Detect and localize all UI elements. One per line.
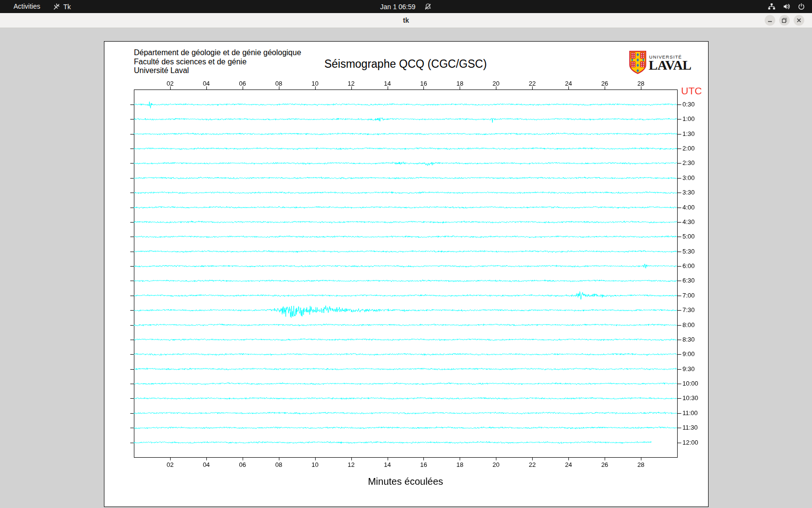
time-label: 8:00 — [682, 321, 695, 329]
x-tick-label-bottom: 18 — [456, 461, 463, 468]
time-label: 7:30 — [682, 306, 695, 314]
clock-label: Jan 1 06:59 — [380, 3, 415, 11]
x-tick-label-top: 12 — [348, 80, 354, 87]
x-tick-label-top: 16 — [420, 80, 427, 87]
maximize-button[interactable] — [779, 15, 790, 26]
power-icon — [798, 3, 805, 11]
x-tick-label-bottom: 06 — [239, 461, 246, 468]
time-label: 2:30 — [682, 159, 695, 167]
x-tick-label-top: 24 — [565, 80, 572, 87]
focused-app-indicator[interactable]: Tk — [53, 0, 71, 13]
x-tick-label-top: 28 — [638, 80, 644, 87]
time-label: 12:00 — [682, 439, 698, 447]
window-titlebar[interactable]: tk — [0, 13, 812, 28]
x-tick-label-top: 10 — [311, 80, 318, 87]
x-axis-title: Minutes écoulées — [134, 476, 677, 487]
activities-button[interactable]: Activities — [10, 0, 44, 13]
os-top-bar: Activities Tk Jan 1 06:59 — [0, 0, 812, 13]
x-tick-label-top: 04 — [203, 80, 210, 87]
x-tick-label-bottom: 08 — [275, 461, 282, 468]
x-tick-label-top: 08 — [275, 80, 282, 87]
x-tick-label-top: 26 — [601, 80, 608, 87]
time-label: 0:30 — [682, 101, 695, 108]
x-tick-label-bottom: 20 — [493, 461, 499, 468]
close-button[interactable] — [794, 15, 804, 26]
window-controls — [765, 15, 804, 26]
time-label: 10:30 — [682, 394, 698, 402]
time-label: 1:00 — [682, 115, 695, 123]
window-title: tk — [0, 13, 812, 28]
time-label: 9:30 — [682, 365, 695, 373]
x-tick-label-bottom: 28 — [638, 461, 644, 468]
x-tick-label-bottom: 04 — [203, 461, 210, 468]
x-tick-label-bottom: 16 — [420, 461, 427, 468]
x-tick-label-top: 14 — [384, 80, 391, 87]
time-label: 11:00 — [682, 409, 698, 417]
system-tray[interactable] — [768, 0, 805, 13]
time-label: 5:00 — [682, 233, 695, 240]
x-tick-label-bottom: 10 — [311, 461, 318, 468]
notifications-muted-icon — [424, 3, 432, 11]
time-label: 3:30 — [682, 189, 695, 196]
time-label: 9:00 — [682, 350, 695, 358]
utc-label: UTC — [681, 85, 702, 97]
time-label: 2:00 — [682, 145, 695, 152]
volume-icon — [783, 2, 791, 11]
x-tick-label-top: 02 — [167, 80, 174, 87]
time-label: 10:00 — [682, 380, 698, 388]
x-tick-label-top: 06 — [239, 80, 246, 87]
seismograph-panel: Département de géologie et de génie géol… — [104, 41, 709, 507]
minimize-button[interactable] — [765, 15, 775, 26]
time-label: 5:30 — [682, 248, 695, 255]
x-tick-label-top: 18 — [456, 80, 463, 87]
x-tick-label-bottom: 12 — [348, 461, 354, 468]
tk-icon — [53, 3, 60, 10]
time-label: 6:00 — [682, 262, 695, 270]
x-tick-label-bottom: 24 — [565, 461, 572, 468]
time-label: 3:00 — [682, 174, 695, 182]
time-label: 4:30 — [682, 218, 695, 226]
time-label: 8:30 — [682, 336, 695, 344]
x-tick-label-top: 22 — [529, 80, 536, 87]
x-tick-label-top: 20 — [493, 80, 499, 87]
time-label: 4:00 — [682, 204, 695, 211]
x-tick-label-bottom: 14 — [384, 461, 391, 468]
x-tick-label-bottom: 02 — [167, 461, 174, 468]
app-name-label: Tk — [63, 3, 71, 11]
x-tick-label-bottom: 26 — [601, 461, 608, 468]
seismogram-canvas — [104, 42, 709, 508]
time-label: 7:00 — [682, 292, 695, 299]
time-label: 6:30 — [682, 277, 695, 284]
x-tick-label-bottom: 22 — [529, 461, 536, 468]
window-content: Département de géologie et de génie géol… — [0, 28, 812, 508]
clock-area[interactable]: Jan 1 06:59 — [380, 0, 432, 13]
network-icon — [768, 2, 776, 11]
time-label: 11:30 — [682, 424, 698, 432]
time-label: 1:30 — [682, 130, 695, 138]
